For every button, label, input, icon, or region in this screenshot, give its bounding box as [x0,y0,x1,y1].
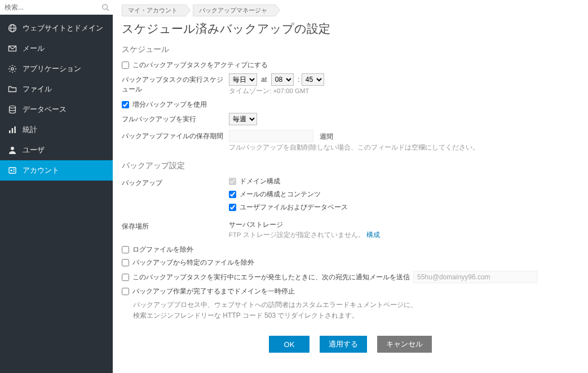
at-label: at [261,76,267,84]
hour-select[interactable]: 08 [271,73,294,86]
button-row: OK 適用する キャンセル [122,336,579,353]
sidebar-item-label: メール [23,43,45,54]
incremental-checkbox[interactable] [122,101,129,108]
suspend-label: バックアップ作業が完了するまでドメインを一時停止 [132,287,295,296]
sidebar-item-label: ファイル [23,84,52,94]
retention-label: バックアップファイルの保存期間 [122,130,229,141]
page-title: スケジュール済みバックアップの設定 [122,21,579,37]
sidebar-nav: ウェブサイトとドメイン メール アプリケーション ファイル データベース 統計 … [0,18,113,181]
exclude-logs-label: ログファイルを除外 [132,245,193,254]
sidebar-item-users[interactable]: ユーザ [0,140,113,160]
domain-config-checkbox [229,178,236,185]
incremental-label: 増分バックアップを使用 [132,100,207,109]
user-icon [8,146,17,155]
search-input[interactable] [5,3,101,11]
svg-line-1 [107,9,109,11]
exclude-logs-checkbox[interactable] [122,246,129,253]
activate-checkbox[interactable] [122,62,129,69]
suspend-checkbox[interactable] [122,288,129,295]
breadcrumb: マイ・アカウント バックアップマネージャ [122,5,579,16]
run-schedule-label: バックアップタスクの実行スケジュール [122,73,229,94]
notify-label: このバックアップタスクを実行中にエラーが発生したときに、次の宛先に通知メールを送… [132,273,410,282]
sidebar-item-account[interactable]: アカウント [0,160,113,181]
storage-hint: FTP ストレージ設定が指定されていません。 構成 [229,231,579,239]
svg-rect-8 [9,130,11,133]
retention-hint: フルバックアップを自動削除しない場合、このフィールドは空欄にしてください。 [229,143,579,152]
backup-content-label: バックアップ [122,177,229,188]
userfiles-checkbox[interactable] [229,204,236,211]
sidebar-item-stats[interactable]: 統計 [0,120,113,140]
account-icon [8,166,17,175]
svg-rect-12 [9,168,16,173]
retention-input[interactable] [229,130,313,142]
suspend-description: バックアッププロセス中、ウェブサイトへの訪問者はカスタムエラードキュメントページ… [133,300,579,321]
sidebar-item-label: アカウント [23,165,59,175]
suspend-desc-line2: 検索エンジンフレンドリーな HTTP コード 503 でリダイレクトされます。 [133,310,579,321]
svg-rect-9 [12,128,14,133]
svg-point-0 [103,5,108,10]
sidebar-item-label: アプリケーション [23,64,81,74]
sidebar-item-databases[interactable]: データベース [0,99,113,120]
exclude-files-label: バックアップから特定のファイルを除外 [132,258,254,267]
stats-icon [8,125,17,134]
sidebar-item-mail[interactable]: メール [0,38,113,59]
section-schedule-heading: スケジュール [122,45,579,55]
mail-icon [8,44,17,53]
svg-point-11 [11,147,14,150]
exclude-files-checkbox[interactable] [122,259,129,266]
activate-label: このバックアップタスクをアクティブにする [132,60,268,70]
timezone-hint: タイムゾーン: +07:00 GMT [229,87,579,95]
breadcrumb-item[interactable]: マイ・アカウント [122,5,186,16]
folder-icon [8,85,17,94]
mail-content-label: メールの構成とコンテンツ [240,190,321,199]
time-colon: : [298,76,299,84]
notify-checkbox[interactable] [122,274,129,281]
search-wrapper [0,0,113,15]
main-content: マイ・アカウント バックアップマネージャ スケジュール済みバックアップの設定 ス… [113,0,588,373]
full-backup-label: フルバックアップを実行 [122,113,229,124]
svg-rect-10 [14,126,16,133]
sidebar-item-websites[interactable]: ウェブサイトとドメイン [0,18,113,38]
storage-hint-text: FTP ストレージ設定が指定されていません。 [229,231,365,238]
sidebar-item-label: ユーザ [23,145,45,155]
storage-value: サーバストレージ [229,220,579,230]
sidebar-item-label: データベース [23,104,67,115]
search-icon[interactable] [101,3,109,11]
minute-select[interactable]: 45 [302,73,324,86]
retention-unit: 週間 [320,133,333,141]
ok-button[interactable]: OK [269,336,310,353]
sidebar-item-apps[interactable]: アプリケーション [0,59,113,79]
storage-configure-link[interactable]: 構成 [366,231,380,238]
full-frequency-select[interactable]: 毎週 [229,113,257,125]
apply-button[interactable]: 適用する [320,336,367,353]
gear-icon [8,64,17,73]
notify-email-input [413,271,537,283]
section-settings-heading: バックアップ設定 [122,161,579,171]
userfiles-label: ユーザファイルおよびデータベース [240,203,348,212]
sidebar-item-files[interactable]: ファイル [0,79,113,99]
sidebar-item-label: 統計 [23,125,37,135]
breadcrumb-item[interactable]: バックアップマネージャ [193,5,276,16]
svg-point-13 [10,169,12,171]
sidebar: ウェブサイトとドメイン メール アプリケーション ファイル データベース 統計 … [0,0,113,373]
storage-label: 保存場所 [122,220,229,231]
suspend-desc-line1: バックアッププロセス中、ウェブサイトへの訪問者はカスタムエラードキュメントページ… [133,300,579,310]
svg-point-6 [11,68,14,70]
globe-icon [8,24,17,33]
mail-content-checkbox[interactable] [229,191,236,198]
sidebar-item-label: ウェブサイトとドメイン [23,23,103,33]
cancel-button[interactable]: キャンセル [377,336,432,353]
svg-point-7 [10,106,16,108]
database-icon [8,105,17,114]
frequency-select[interactable]: 毎日 [229,73,257,86]
domain-config-label: ドメイン構成 [240,177,280,186]
